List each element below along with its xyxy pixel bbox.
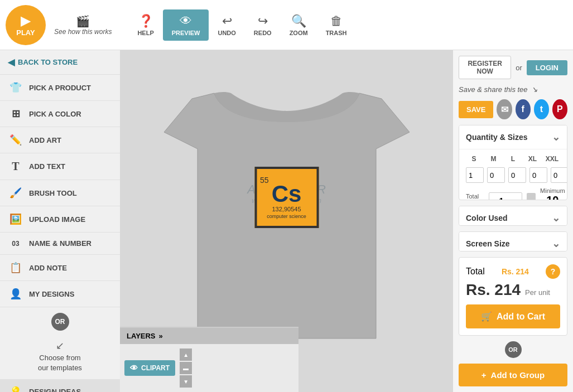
sidebar-or-divider: OR (0, 307, 120, 336)
redo-button[interactable]: ↪ REDO (245, 9, 281, 41)
or-circle: OR (51, 313, 69, 331)
color-used-chevron-icon: ⌄ (552, 212, 560, 224)
sidebar-item-name-number[interactable]: 03 NAME & NUMBER (0, 233, 120, 255)
trash-label: TRASH (326, 30, 347, 36)
layer-down-button[interactable]: ▼ (180, 375, 192, 388)
zoom-label: ZOOM (290, 30, 308, 36)
twitter-share-button[interactable]: t (534, 99, 549, 119)
help-icon: ❓ (138, 14, 153, 28)
total-pieces-input[interactable] (489, 192, 522, 200)
layer-mid-button[interactable]: ▬ (180, 362, 192, 374)
screen-size-header[interactable]: Screen Size ⌄ (459, 232, 567, 251)
preview-icon: 👁 (180, 14, 192, 28)
color-used-label: Color Used (466, 214, 508, 222)
pricing-card: Total Rs. 214 ? Rs. 214 Per unit 🛒 Add t… (459, 257, 567, 336)
size-label-xl: XL (524, 155, 541, 163)
zoom-icon: 🔍 (291, 14, 306, 28)
layers-panel: LAYERS » 👁 CLIPART ▲ ▬ ▼ (120, 327, 298, 392)
screen-size-label: Screen Size (466, 239, 510, 248)
plus-icon: + (481, 370, 487, 380)
layer-clipart[interactable]: 👁 CLIPART (124, 360, 175, 376)
login-button[interactable]: LOGIN (527, 60, 567, 75)
see-how-label: See how this works (54, 28, 112, 36)
per-unit-label: Per unit (525, 288, 550, 297)
sidebar-label-add-text: ADD TEXT (29, 162, 65, 171)
text-icon: T (8, 160, 23, 173)
pinterest-share-button[interactable]: P (552, 99, 567, 119)
layers-chevron: » (159, 332, 163, 340)
preview-button[interactable]: 👁 PREVIEW (163, 9, 209, 41)
quantity-sizes-section: Quantity & Sizes ⌄ S M L XL XXL (459, 125, 567, 200)
size-input-s[interactable] (466, 167, 484, 183)
element-number: 55 (257, 176, 269, 185)
choose-templates-button[interactable]: ↙ Choose fromour templates (0, 336, 120, 379)
color-used-section: Color Used ⌄ (459, 206, 567, 226)
help-label: HELP (137, 30, 153, 36)
zoom-button[interactable]: 🔍 ZOOM (281, 9, 317, 41)
layers-title: LAYERS (127, 332, 156, 340)
sidebar-item-design-ideas[interactable]: 💡 DESIGN IDEAS (0, 379, 120, 392)
sidebar-label-add-art: ADD ART (29, 136, 61, 144)
add-to-group-button[interactable]: + Add to Group (459, 364, 567, 386)
minimum-value: 10 (546, 194, 558, 200)
or-row-bottom: OR (459, 341, 567, 358)
cart-icon: 🛒 (481, 311, 492, 322)
size-input-xxl[interactable] (551, 167, 567, 183)
sidebar-item-upload-image[interactable]: 🖼️ UPLOAD IMAGE (0, 206, 120, 233)
user-icon: 👤 (8, 288, 23, 300)
play-button[interactable]: ▶ PLAY (6, 5, 46, 45)
lightbulb-icon: 💡 (8, 386, 23, 392)
sidebar-item-pick-a-product[interactable]: 👕 PICK A PRODUCT (0, 75, 120, 101)
element-name: computer science (267, 214, 306, 219)
layers-header[interactable]: LAYERS » (120, 328, 298, 344)
quantity-sizes-body: S M L XL XXL TotalPieces ← (459, 149, 567, 200)
number-icon: 03 (8, 240, 23, 248)
help-button[interactable]: ❓ HELP (128, 9, 162, 41)
element-symbol: Cs (272, 182, 302, 206)
color-used-header[interactable]: Color Used ⌄ (459, 206, 567, 226)
save-share-arrow-icon: ↘ (531, 85, 538, 94)
main-area: ◀ BACK TO STORE 👕 PICK A PRODUCT ⊞ PICK … (0, 50, 573, 392)
sidebar-item-add-art[interactable]: ✏️ ADD ART (0, 127, 120, 153)
size-input-m[interactable] (487, 167, 505, 183)
undo-button[interactable]: ↩ UNDO (209, 9, 244, 41)
tshirt-icon: 👕 (8, 81, 23, 94)
sidebar-item-my-designs[interactable]: 👤 MY DESIGNS (0, 281, 120, 307)
add-to-cart-button[interactable]: 🛒 Add to Cart (466, 304, 560, 328)
email-share-button[interactable]: ✉ (497, 99, 512, 119)
facebook-share-button[interactable]: f (516, 99, 531, 119)
reset-button[interactable]: ← (527, 193, 536, 200)
back-to-store-label: BACK TO STORE (18, 58, 78, 66)
sidebar-menu: 👕 PICK A PRODUCT ⊞ PICK A COLOR ✏️ ADD A… (0, 75, 120, 307)
layer-up-button[interactable]: ▲ (180, 349, 192, 361)
sidebar-item-pick-a-color[interactable]: ⊞ PICK A COLOR (0, 101, 120, 127)
top-bar: ▶ PLAY 🎬 See how this works ❓ HELP 👁 PRE… (0, 0, 573, 50)
play-icon: ▶ (21, 13, 31, 28)
see-how-works[interactable]: 🎬 See how this works (54, 14, 112, 36)
big-price-row: Rs. 214 Per unit (466, 281, 560, 299)
size-input-l[interactable] (508, 167, 526, 183)
add-to-cart-label: Add to Cart (497, 312, 545, 322)
save-share-row: Save & share this tee ↘ (459, 85, 567, 94)
sidebar-label-add-note: ADD NOTE (29, 264, 67, 272)
sidebar-item-brush-tool[interactable]: 🖌️ BRUSH TOOL (0, 180, 120, 206)
sidebar-label-name-number: NAME & NUMBER (29, 239, 92, 248)
save-button[interactable]: SAVE (459, 101, 493, 118)
quantity-sizes-header[interactable]: Quantity & Sizes ⌄ (459, 125, 567, 149)
screen-size-chevron-icon: ⌄ (552, 238, 560, 250)
sidebar-item-add-note[interactable]: 📋 ADD NOTE (0, 255, 120, 281)
art-icon: ✏️ (8, 134, 23, 146)
register-button[interactable]: REGISTER NOW (459, 56, 511, 79)
trash-button[interactable]: 🗑 TRASH (317, 9, 356, 41)
pricing-help-button[interactable]: ? (546, 264, 560, 279)
sidebar-label-my-designs: MY DESIGNS (29, 290, 74, 298)
canvas-area: ALMA MATER www.almamaterstore.in 55 Cs 1… (120, 50, 453, 392)
total-pieces-label: TotalPieces (466, 192, 484, 200)
total-text: Total (466, 267, 485, 277)
note-icon: 📋 (8, 262, 23, 274)
size-input-xl[interactable] (529, 167, 547, 183)
sidebar-item-add-text[interactable]: T ADD TEXT (0, 153, 120, 180)
element-card: 55 Cs 132,90545 computer science (254, 167, 319, 228)
back-to-store-button[interactable]: ◀ BACK TO STORE (0, 50, 120, 75)
play-label: PLAY (16, 28, 35, 37)
